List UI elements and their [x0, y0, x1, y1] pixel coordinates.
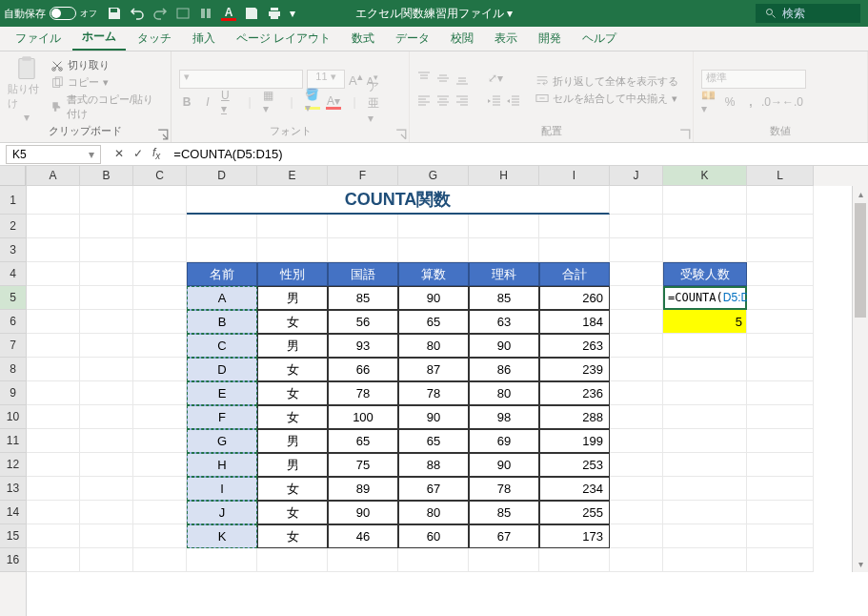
cell[interactable] [663, 429, 747, 453]
cell[interactable] [27, 477, 80, 501]
cell[interactable] [663, 358, 747, 381]
table-header[interactable]: 理科 [469, 262, 539, 286]
active-cell[interactable]: =COUNTA(D5:D15) [663, 286, 747, 310]
col-header-H[interactable]: H [469, 166, 539, 186]
cell[interactable] [747, 405, 814, 429]
select-all-corner[interactable] [0, 166, 26, 186]
cell[interactable] [80, 477, 133, 501]
redo-icon[interactable] [152, 6, 168, 21]
cell[interactable] [610, 358, 663, 381]
row-header-7[interactable]: 7 [0, 334, 26, 358]
total-cell[interactable]: 260 [539, 286, 610, 310]
spreadsheet-grid[interactable]: 12345678910111213141516 ABCDEFGHIJKL COU… [0, 166, 868, 616]
cell[interactable] [610, 548, 663, 572]
score-cell[interactable]: 69 [469, 429, 539, 453]
score-cell[interactable]: 60 [398, 524, 469, 548]
cell[interactable] [610, 381, 663, 405]
sex-cell[interactable]: 女 [257, 310, 328, 334]
paste-button[interactable]: 貼り付け ▾ [8, 55, 45, 124]
cell[interactable] [133, 310, 187, 334]
cell[interactable] [539, 548, 610, 572]
cut-button[interactable]: 切り取り [50, 58, 163, 72]
italic-button[interactable]: I [200, 94, 215, 110]
name-cell[interactable]: H [187, 453, 257, 477]
col-header-C[interactable]: C [133, 166, 187, 186]
tab-数式[interactable]: 数式 [342, 26, 384, 51]
fx-button[interactable]: fx [152, 146, 160, 161]
col-header-K[interactable]: K [663, 166, 747, 186]
vertical-scrollbar[interactable]: ▴ ▾ [852, 186, 868, 572]
cell[interactable] [663, 381, 747, 405]
row-header-6[interactable]: 6 [0, 310, 26, 334]
cell[interactable] [27, 548, 80, 572]
cell[interactable] [610, 215, 663, 238]
copy-button[interactable]: コピー▾ [50, 75, 163, 90]
fill-color-button[interactable]: 🪣▾ [305, 94, 320, 110]
cell[interactable] [469, 548, 539, 572]
cell[interactable] [610, 262, 663, 286]
row-header-1[interactable]: 1 [0, 186, 26, 215]
cell[interactable] [80, 262, 133, 286]
cell[interactable] [27, 524, 80, 548]
cell[interactable] [610, 186, 663, 215]
sex-cell[interactable]: 男 [257, 286, 328, 310]
cell[interactable] [610, 405, 663, 429]
save-icon[interactable] [107, 6, 122, 21]
score-cell[interactable]: 85 [469, 286, 539, 310]
cell[interactable] [27, 238, 80, 262]
sex-cell[interactable]: 女 [257, 501, 328, 524]
cell[interactable] [187, 548, 257, 572]
underline-button[interactable]: U ▾ [221, 94, 236, 110]
cell[interactable] [187, 215, 257, 238]
total-cell[interactable]: 236 [539, 381, 610, 405]
score-cell[interactable]: 67 [469, 524, 539, 548]
row-header-15[interactable]: 15 [0, 524, 26, 548]
search-input[interactable] [782, 7, 849, 20]
scrollbar-thumb[interactable] [855, 203, 866, 318]
name-cell[interactable]: E [187, 381, 257, 405]
wrap-text-button[interactable]: 折り返して全体を表示する [535, 74, 678, 89]
name-cell[interactable]: B [187, 310, 257, 334]
sex-cell[interactable]: 女 [257, 358, 328, 381]
cell[interactable] [747, 238, 814, 262]
align-bottom-icon[interactable] [455, 72, 469, 85]
cell[interactable] [80, 286, 133, 310]
cell[interactable] [610, 524, 663, 548]
score-cell[interactable]: 78 [328, 381, 398, 405]
font-color-button[interactable]: A▾ [326, 94, 341, 110]
increase-indent-icon[interactable] [507, 94, 520, 108]
score-cell[interactable]: 90 [469, 334, 539, 358]
cell[interactable] [747, 477, 814, 501]
table-header[interactable]: 名前 [187, 262, 257, 286]
cell[interactable] [27, 310, 80, 334]
chevron-down-icon[interactable]: ▾ [89, 148, 94, 161]
col-header-G[interactable]: G [398, 166, 469, 186]
row-header-16[interactable]: 16 [0, 548, 26, 572]
cell[interactable] [133, 477, 187, 501]
name-cell[interactable]: F [187, 405, 257, 429]
sex-cell[interactable]: 男 [257, 429, 328, 453]
tab-ファイル[interactable]: ファイル [6, 26, 71, 51]
cell[interactable] [27, 358, 80, 381]
row-header-11[interactable]: 11 [0, 429, 26, 453]
phonetic-button[interactable]: ア亜▾ [368, 94, 383, 110]
cell[interactable] [80, 501, 133, 524]
undo-icon[interactable] [130, 6, 145, 21]
table-header[interactable]: 国語 [328, 262, 398, 286]
cell[interactable] [663, 477, 747, 501]
row-header-2[interactable]: 2 [0, 215, 26, 238]
name-cell[interactable]: D [187, 358, 257, 381]
tab-ヘルプ[interactable]: ヘルプ [573, 26, 626, 51]
dialog-launcher-icon[interactable] [679, 129, 691, 140]
cell[interactable] [747, 501, 814, 524]
table-header[interactable]: 合計 [539, 262, 610, 286]
cell[interactable] [133, 429, 187, 453]
cell[interactable] [27, 286, 80, 310]
cell[interactable] [27, 381, 80, 405]
cell[interactable] [133, 381, 187, 405]
name-cell[interactable]: A [187, 286, 257, 310]
title-cell[interactable]: COUNTA関数 [187, 186, 610, 215]
cell[interactable] [27, 405, 80, 429]
number-format-select[interactable]: 標準 [701, 70, 806, 89]
col-header-D[interactable]: D [187, 166, 257, 186]
